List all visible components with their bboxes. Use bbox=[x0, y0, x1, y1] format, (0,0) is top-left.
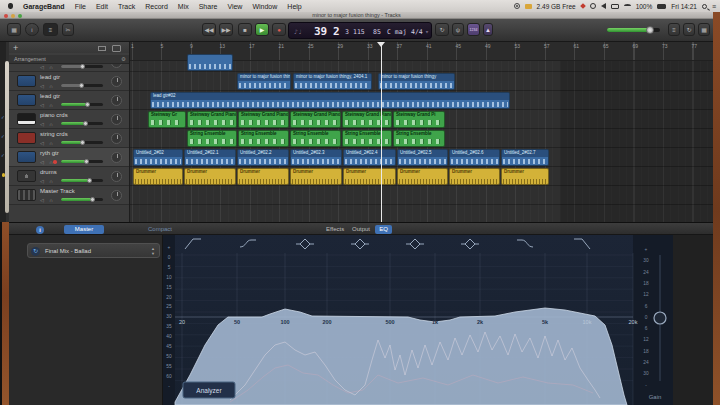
track-pan-knob[interactable] bbox=[111, 190, 122, 201]
editors-scissors-button[interactable]: ✂ bbox=[62, 23, 74, 36]
stop-button[interactable]: ■ bbox=[238, 23, 252, 36]
region-String Ensemble-4-4[interactable]: String Ensemble bbox=[393, 130, 445, 147]
media-browser-button[interactable]: ▦ bbox=[698, 23, 710, 36]
track-header-lead gtr[interactable]: lead gtr◁ ∩ bbox=[9, 72, 130, 91]
region-Steinway Grand Piano-3-4[interactable]: Steinway Grand Piano bbox=[342, 111, 392, 128]
tab-output[interactable]: Output bbox=[352, 225, 370, 234]
gear-icon[interactable]: ⚙ bbox=[121, 55, 126, 64]
region-Steinway Grand Pi-3-5[interactable]: Steinway Grand Pi bbox=[393, 111, 445, 128]
region-Untitled_2#02.7-5-7[interactable]: Untitled_2#02.7 bbox=[501, 149, 549, 166]
region-Untitled_2#02-5-0[interactable]: Untitled_2#02 bbox=[133, 149, 183, 166]
menu-clock-text[interactable]: Fri 14:21 bbox=[671, 3, 697, 10]
track-pan-knob[interactable] bbox=[111, 152, 122, 163]
timeline-area[interactable]: minor to major fusion thinminor to major… bbox=[130, 42, 713, 222]
play-button[interactable]: ▶ bbox=[255, 23, 269, 36]
lcd-display[interactable]: ♪♩ 39 2 3 115 85 C maj 4/4 ▾ bbox=[288, 22, 432, 39]
region-String Ensemble-4-2[interactable]: String Ensemble bbox=[290, 130, 341, 147]
region-audio-0-0[interactable] bbox=[187, 54, 233, 71]
region-Drummer-6-3[interactable]: Drummer bbox=[290, 168, 342, 185]
wifi-icon[interactable] bbox=[624, 4, 631, 8]
track-volume-slider[interactable] bbox=[61, 160, 103, 163]
region-Untitled_2#02.6-5-6[interactable]: Untitled_2#02.6 bbox=[449, 149, 500, 166]
menu-view[interactable]: View bbox=[222, 3, 247, 10]
notification-center-icon[interactable]: ≡ bbox=[712, 3, 716, 10]
track-volume-slider[interactable] bbox=[61, 198, 103, 201]
menu-file[interactable]: File bbox=[70, 3, 91, 10]
menu-help[interactable]: Help bbox=[282, 3, 306, 10]
region-Drummer-6-5[interactable]: Drummer bbox=[397, 168, 448, 185]
track-volume-knob[interactable] bbox=[80, 64, 85, 69]
track-volume-slider[interactable] bbox=[61, 84, 103, 87]
track-volume-slider[interactable] bbox=[61, 179, 103, 182]
eq-curve-fill[interactable] bbox=[175, 308, 627, 405]
info-button[interactable]: i bbox=[36, 226, 44, 234]
region-Untitled_2#02.1-5-1[interactable]: Untitled_2#02.1 bbox=[184, 149, 236, 166]
track-volume-knob[interactable] bbox=[80, 140, 85, 145]
mute-solo-icons[interactable]: ◁ ∩ bbox=[40, 102, 55, 108]
keyboard-icon[interactable] bbox=[611, 4, 619, 9]
track-enable-check[interactable]: ✓ bbox=[1, 153, 5, 158]
apple-menu-icon[interactable] bbox=[0, 3, 18, 10]
window-title-bar[interactable]: minor to major fusion thingy - Tracks bbox=[0, 12, 713, 19]
region-String Ensemble-4-1[interactable]: String Ensemble bbox=[238, 130, 289, 147]
track-header-piano crds[interactable]: piano crds◁ ∩ bbox=[9, 110, 130, 129]
free-space-text[interactable]: 2.49 GB Free bbox=[537, 3, 576, 10]
track-size-icon[interactable] bbox=[98, 46, 106, 51]
rewind-button[interactable]: ◀◀ bbox=[202, 23, 216, 36]
notepad-button[interactable]: ≡ bbox=[668, 23, 680, 36]
track-header-ryth gtr[interactable]: ryth gtr◁ ∩ bbox=[9, 148, 130, 167]
tab-eq[interactable]: EQ bbox=[375, 225, 392, 234]
smart-controls-button[interactable]: ≡ bbox=[43, 23, 58, 36]
region-Drummer-6-4[interactable]: Drummer bbox=[343, 168, 396, 185]
menu-edit[interactable]: Edit bbox=[91, 3, 113, 10]
track-volume-slider[interactable] bbox=[61, 65, 103, 68]
menu-mix[interactable]: Mix bbox=[173, 3, 194, 10]
track-volume-knob[interactable] bbox=[87, 178, 92, 183]
tuner-button[interactable]: ψ bbox=[452, 23, 464, 36]
menu-garageband[interactable]: GarageBand bbox=[18, 3, 70, 10]
region-Steinway Grand Piano-3-2[interactable]: Steinway Grand Piano bbox=[238, 111, 289, 128]
tab-compact[interactable]: Compact bbox=[148, 225, 172, 234]
zoom-control-icon[interactable] bbox=[112, 45, 121, 52]
count-in-button[interactable]: 1234 bbox=[467, 23, 480, 36]
region-Drummer-6-6[interactable]: Drummer bbox=[449, 168, 500, 185]
region-Steinway Grand Piano-3-1[interactable]: Steinway Grand Piano bbox=[187, 111, 237, 128]
loop-browser-button[interactable]: ↻ bbox=[683, 23, 695, 36]
arrangement-header[interactable]: Arrangement ⚙ bbox=[9, 55, 130, 64]
region-Drummer-6-2[interactable]: Drummer bbox=[237, 168, 289, 185]
record-button[interactable]: ● bbox=[272, 23, 286, 36]
library-info-button[interactable]: i bbox=[25, 23, 39, 36]
region-String Ensemble-4-0[interactable]: String Ensemble bbox=[187, 130, 237, 147]
region-Untitled_2#02.5-5-5[interactable]: Untitled_2#02.5 bbox=[397, 149, 448, 166]
track-pan-knob[interactable] bbox=[111, 114, 122, 125]
mute-solo-icons[interactable]: ◁ ∩ bbox=[40, 140, 55, 146]
region-String Ensemble-4-3[interactable]: String Ensemble bbox=[342, 130, 392, 147]
status-red-icon[interactable] bbox=[580, 3, 586, 9]
menu-track[interactable]: Track bbox=[113, 3, 140, 10]
track-volume-knob[interactable] bbox=[79, 83, 84, 88]
region-lead gtr#02-2-0[interactable]: lead gtr#02 bbox=[150, 92, 510, 109]
mute-solo-icons[interactable]: ◁ ∩ bbox=[40, 197, 55, 203]
mute-solo-icons[interactable]: ◁ ∩ bbox=[40, 64, 55, 70]
track-enable-dot[interactable] bbox=[2, 173, 6, 177]
tab-master[interactable]: Master bbox=[64, 225, 104, 234]
cycle-button[interactable]: ↻ bbox=[435, 23, 449, 36]
track-volume-knob[interactable] bbox=[84, 159, 89, 164]
track-volume-slider[interactable] bbox=[61, 122, 103, 125]
region-Untitled_2#02.4-5-4[interactable]: Untitled_2#02.4 bbox=[343, 149, 396, 166]
track-header-lead gtr[interactable]: lead gtr◁ ∩ bbox=[9, 91, 130, 110]
region-minor to major fusion thingy-1-2[interactable]: minor to major fusion thingy bbox=[378, 73, 455, 90]
metronome-button[interactable]: ▲ bbox=[483, 23, 493, 36]
master-volume-slider[interactable] bbox=[607, 28, 660, 32]
track-volume-slider[interactable] bbox=[61, 141, 103, 144]
region-Untitled_2#02.2-5-2[interactable]: Untitled_2#02.2 bbox=[237, 149, 289, 166]
track-header-drums[interactable]: drums◁ ∩ bbox=[9, 167, 130, 186]
track-pan-knob[interactable] bbox=[111, 133, 122, 144]
region-Drummer-6-7[interactable]: Drummer bbox=[501, 168, 549, 185]
region-Drummer-6-0[interactable]: Drummer bbox=[133, 168, 183, 185]
keyboard-window-button[interactable]: ▦ bbox=[7, 23, 21, 36]
region-minor to major fusion thin-1-0[interactable]: minor to major fusion thin bbox=[237, 73, 291, 90]
clock-icon[interactable] bbox=[590, 3, 596, 9]
tab-effects[interactable]: Effects bbox=[326, 225, 344, 234]
track-enable-check[interactable]: ✓ bbox=[1, 115, 5, 120]
